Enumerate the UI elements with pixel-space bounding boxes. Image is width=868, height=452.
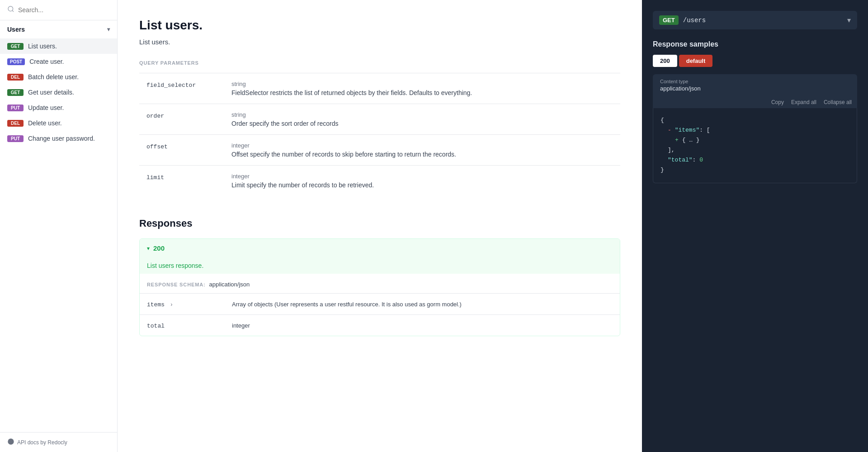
sidebar-item-5[interactable]: DEL Delete user. (0, 115, 117, 131)
sidebar-item-3[interactable]: GET Get user details. (0, 85, 117, 100)
expand-all-button[interactable]: Expand all (791, 99, 816, 105)
param-type: string (231, 111, 620, 118)
sidebar-item-6[interactable]: PUT Change user password. (0, 131, 117, 146)
param-name: order (146, 113, 164, 119)
response-samples-title: Response samples (653, 40, 857, 48)
tab-default[interactable]: default (679, 55, 713, 67)
params-table: field_selector string FieldSelector rest… (139, 73, 620, 196)
method-badge: DEL (7, 120, 24, 127)
sidebar-footer: API docs by Redocly (0, 432, 117, 452)
schema-name-col: total (140, 321, 221, 329)
schema-row: total integer (140, 314, 620, 336)
search-icon (7, 5, 14, 14)
responses-title: Responses (139, 218, 620, 229)
schema-detail-col: Array of objects (User represents a user… (232, 300, 620, 308)
chevron-down-icon: ▾ (147, 245, 150, 252)
schema-label-row: RESPONSE SCHEMA: application/json (140, 281, 620, 293)
response-description: List users response. (140, 257, 620, 274)
right-panel: GET /users ▾ Response samples 200 defaul… (642, 0, 868, 452)
sidebar-items: GET List users. POST Create user. DEL Ba… (0, 38, 117, 432)
code-block: { - "items": [ + { … } ], "total": 0 } (653, 108, 857, 183)
endpoint-path: /users (683, 17, 843, 24)
param-name: limit (146, 174, 164, 181)
param-desc: Order specify the sort order of records (231, 120, 620, 127)
response-item-200: ▾ 200 List users response. RESPONSE SCHE… (139, 238, 620, 336)
schema-detail-col: integer (232, 321, 620, 329)
tab-row: 200 default (653, 55, 857, 67)
param-name: field_selector (146, 82, 196, 89)
schema-name-col: items › (140, 300, 221, 308)
collapse-all-button[interactable]: Collapse all (824, 99, 852, 105)
param-desc: Offset specify the number of records to … (231, 151, 620, 158)
param-type: integer (231, 173, 620, 180)
svg-point-2 (8, 438, 14, 444)
expand-icon[interactable]: › (170, 302, 173, 308)
schema-rows: items › Array of objects (User represent… (140, 293, 620, 336)
code-actions: Copy Expand all Collapse all (653, 96, 857, 108)
responses-section: Responses ▾ 200 List users response. RES… (139, 218, 620, 336)
svg-point-0 (8, 6, 13, 11)
param-detail-col: string Order specify the sort order of r… (231, 111, 620, 127)
sidebar-item-1[interactable]: POST Create user. (0, 54, 117, 69)
sidebar: Users ▾ GET List users. POST Create user… (0, 0, 118, 452)
sidebar-item-label: Delete user. (28, 119, 62, 127)
page-title: List users. (139, 18, 620, 33)
sidebar-item-label: Update user. (28, 104, 64, 111)
param-row: offset integer Offset specify the number… (139, 134, 620, 165)
schema-row: items › Array of objects (User represent… (140, 293, 620, 314)
section-title: Users (7, 26, 25, 33)
sidebar-item-label: List users. (28, 43, 57, 50)
response-code: 200 (153, 244, 165, 252)
param-type: integer (231, 142, 620, 149)
method-badge: GET (7, 89, 24, 96)
page-description: List users. (139, 38, 620, 46)
param-row: order string Order specify the sort orde… (139, 104, 620, 134)
sidebar-item-4[interactable]: PUT Update user. (0, 100, 117, 115)
response-schema-section: RESPONSE SCHEMA: application/json items … (140, 274, 620, 336)
search-box[interactable] (0, 0, 117, 20)
sidebar-item-0[interactable]: GET List users. (0, 38, 117, 54)
method-badge: GET (7, 43, 24, 50)
method-badge: DEL (7, 74, 24, 81)
content-type-section: Content type application/json (653, 74, 857, 96)
sidebar-item-label: Batch delete user. (28, 73, 79, 81)
tab-200[interactable]: 200 (653, 55, 677, 67)
method-badge: PUT (7, 105, 24, 111)
param-name-col: field_selector (139, 81, 221, 96)
schema-type-text: integer (232, 322, 250, 329)
response-header[interactable]: ▾ 200 (140, 239, 620, 257)
sidebar-item-label: Get user details. (28, 89, 74, 96)
param-row: field_selector string FieldSelector rest… (139, 73, 620, 104)
param-detail-col: string FieldSelector restricts the list … (231, 81, 620, 96)
main-content: List users. List users. QUERY PARAMETERS… (118, 0, 642, 452)
content-type-label: Content type (660, 79, 850, 84)
schema-type: application/json (209, 281, 250, 288)
param-desc: FieldSelector restricts the list of retu… (231, 89, 620, 96)
param-name-col: offset (139, 142, 221, 158)
param-desc: Limit specify the number of records to b… (231, 181, 620, 189)
svg-line-1 (12, 10, 14, 12)
footer-text: API docs by Redocly (17, 439, 67, 446)
schema-name: total (147, 323, 165, 329)
param-name: offset (146, 143, 168, 150)
copy-button[interactable]: Copy (771, 99, 784, 105)
sidebar-section-users[interactable]: Users ▾ (0, 20, 117, 38)
schema-type-text: Array of objects (User represents a user… (232, 301, 462, 308)
chevron-down-icon: ▾ (847, 16, 851, 24)
param-row: limit integer Limit specify the number o… (139, 165, 620, 196)
param-type: string (231, 81, 620, 87)
param-name-col: order (139, 111, 221, 127)
schema-label: RESPONSE SCHEMA: (147, 282, 206, 287)
method-badge: PUT (7, 135, 24, 142)
sidebar-item-label: Change user password. (28, 135, 95, 142)
redocly-icon (7, 438, 14, 447)
endpoint-method: GET (659, 15, 679, 25)
param-name-col: limit (139, 173, 221, 189)
query-params-label: QUERY PARAMETERS (139, 60, 620, 66)
param-detail-col: integer Limit specify the number of reco… (231, 173, 620, 189)
search-input[interactable] (18, 6, 110, 14)
sidebar-item-2[interactable]: DEL Batch delete user. (0, 69, 117, 85)
chevron-down-icon: ▾ (107, 26, 110, 33)
endpoint-bar[interactable]: GET /users ▾ (653, 11, 857, 29)
schema-name: items › (147, 301, 173, 308)
